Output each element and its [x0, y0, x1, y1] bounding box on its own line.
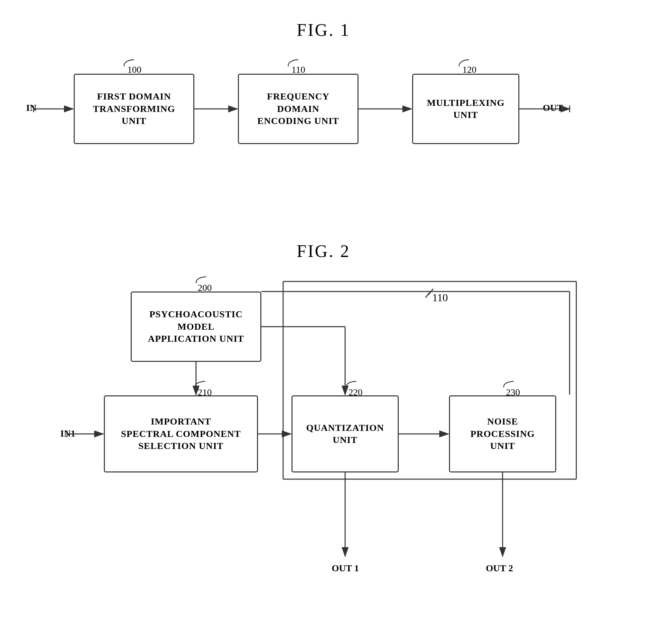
out-label-fig1: OUT: [543, 103, 563, 113]
ref-210: 210: [198, 387, 212, 398]
box-110-fig1-label: FREQUENCY DOMAIN ENCODING UNIT: [257, 90, 339, 127]
page: FIG. 1 FIRST DOMAIN TRANSFORMING UNIT 10…: [0, 0, 647, 644]
ref-110-fig1: 110: [292, 64, 305, 75]
ref-110-fig2: 110: [432, 292, 448, 304]
box-110-fig1: FREQUENCY DOMAIN ENCODING UNIT: [238, 74, 359, 144]
ref-120: 120: [462, 64, 476, 75]
in-label-fig1: IN: [26, 103, 37, 113]
fig2-title: FIG. 2: [0, 241, 647, 261]
box-200-label: PSYCHOACOUSTIC MODEL APPLICATION UNIT: [148, 308, 244, 345]
box-230: NOISE PROCESSING UNIT: [449, 395, 556, 472]
box-230-label: NOISE PROCESSING UNIT: [470, 415, 535, 452]
box-220: QUANTIZATION UNIT: [292, 395, 399, 472]
ref-230: 230: [506, 387, 520, 398]
out2-label: OUT 2: [486, 563, 513, 574]
box-120: MULTIPLEXING UNIT: [412, 74, 519, 144]
box-210: IMPORTANT SPECTRAL COMPONENT SELECTION U…: [104, 395, 258, 472]
box-100: FIRST DOMAIN TRANSFORMING UNIT: [74, 74, 194, 144]
ref-220: 220: [348, 387, 363, 398]
in1-label: IN1: [60, 428, 75, 439]
box-220-label: QUANTIZATION UNIT: [306, 422, 384, 446]
fig1-title: FIG. 1: [0, 20, 647, 40]
out1-label: OUT 1: [332, 563, 359, 574]
box-210-label: IMPORTANT SPECTRAL COMPONENT SELECTION U…: [121, 415, 241, 452]
ref-200: 200: [198, 282, 212, 293]
box-100-label: FIRST DOMAIN TRANSFORMING UNIT: [93, 90, 175, 127]
ref-100: 100: [127, 64, 141, 75]
box-120-label: MULTIPLEXING UNIT: [427, 97, 505, 121]
box-200: PSYCHOACOUSTIC MODEL APPLICATION UNIT: [131, 292, 261, 362]
